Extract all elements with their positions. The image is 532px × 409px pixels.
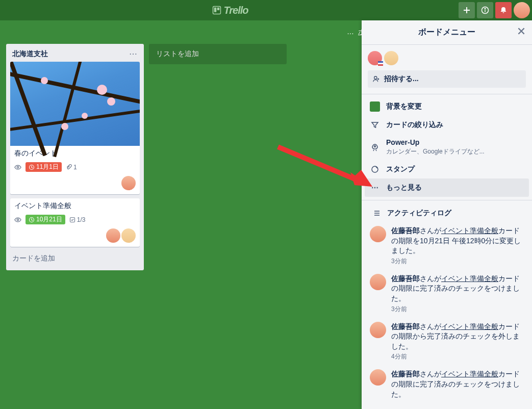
- add-list-button[interactable]: リストを追加: [149, 44, 287, 64]
- activity-card-link[interactable]: イベント準備全般: [441, 226, 498, 235]
- app-header: Trello: [0, 0, 532, 20]
- list-icon: [373, 209, 381, 217]
- header-right: [459, 2, 530, 18]
- svg-rect-12: [378, 64, 383, 66]
- change-background-item[interactable]: 背景を変更: [365, 97, 529, 116]
- card-members: [10, 176, 140, 194]
- svg-point-5: [17, 166, 19, 168]
- activity-title: アクティビティログ: [387, 209, 451, 218]
- board-member-avatar[interactable]: [368, 51, 382, 65]
- watch-icon: [14, 164, 21, 171]
- menu-item-label: スタンプ: [386, 165, 524, 174]
- list-header: 北海道支社 ⋯: [10, 48, 140, 62]
- due-date-badge: 10月21日: [26, 215, 65, 224]
- activity-card-link[interactable]: イベント準備全般: [441, 322, 498, 330]
- add-card-button[interactable]: カードを追加: [10, 251, 140, 266]
- trello-logo-icon: [212, 6, 221, 15]
- list-title[interactable]: 北海道支社: [12, 49, 48, 59]
- menu-header: ボードメニュー: [362, 20, 532, 45]
- card-body: 春のイベント: [10, 146, 140, 162]
- filter-cards-item[interactable]: カードの絞り込み: [365, 116, 529, 134]
- activity-avatar[interactable]: [370, 369, 386, 386]
- list-menu-button[interactable]: ⋯: [129, 49, 138, 59]
- info-icon: [481, 6, 489, 14]
- close-icon: [517, 27, 526, 36]
- activity-header: アクティビティログ: [368, 205, 526, 222]
- svg-point-4: [485, 8, 486, 9]
- svg-point-7: [17, 219, 19, 221]
- card[interactable]: イベント準備全般 10月21日 1/3: [10, 198, 140, 247]
- card-body: イベント準備全般: [10, 198, 140, 215]
- card-badges: 11月1日 1: [10, 162, 140, 176]
- info-button[interactable]: [477, 2, 493, 18]
- activity-text: 佐藤吾郎さんがイベント準備全般カードの期限を10月21日 午後12時0分に変更し…: [391, 226, 524, 256]
- svg-point-14: [374, 145, 376, 147]
- activity-text: 佐藤吾郎さんがイベント準備全般カードの期限から完了済みのチェックを外しました。: [391, 322, 524, 352]
- card-title: イベント準備全般: [14, 201, 136, 211]
- rocket-icon: [370, 142, 380, 152]
- due-date-badge: 11月1日: [26, 162, 62, 172]
- card-title: 春のイベント: [14, 149, 136, 158]
- board-member-avatar[interactable]: [384, 51, 398, 65]
- activity-avatar[interactable]: [370, 274, 386, 290]
- list: 北海道支社 ⋯ 春のイベント: [6, 44, 144, 270]
- svg-rect-10: [378, 61, 383, 63]
- annotation-arrow: [275, 142, 372, 188]
- stickers-item[interactable]: スタンプ: [365, 160, 529, 178]
- svg-line-16: [278, 147, 357, 180]
- board-menu: ボードメニュー 招待する... 背景を変更 カードの: [362, 20, 532, 409]
- svg-rect-1: [214, 8, 217, 12]
- clock-icon: [29, 164, 35, 170]
- svg-point-15: [372, 166, 378, 172]
- powerup-item[interactable]: Power-Up カレンダー、Googleドライブなど...: [365, 134, 529, 160]
- activity-timestamp: 3分前: [391, 305, 524, 314]
- member-avatar[interactable]: [121, 176, 136, 190]
- add-member-icon: [373, 75, 380, 83]
- menu-item-sublabel: カレンダー、Googleドライブなど...: [386, 147, 524, 156]
- header-left: Trello: [2, 5, 459, 16]
- activity-card-link[interactable]: イベント準備全般: [441, 274, 498, 283]
- activity-avatar[interactable]: [370, 322, 386, 338]
- card-members: [10, 228, 140, 247]
- menu-item-label: Power-Up: [386, 138, 524, 146]
- plus-icon: [463, 6, 471, 14]
- card-cover-image: [10, 62, 140, 146]
- activity-timestamp: 3分前: [391, 257, 524, 266]
- invite-button[interactable]: 招待する...: [368, 70, 526, 88]
- create-button[interactable]: [459, 2, 475, 18]
- card[interactable]: 春のイベント 11月1日 1: [10, 62, 140, 194]
- board-members: [368, 51, 526, 65]
- activity-item: 佐藤吾郎さんがイベント準備全般カードの期限を10月21日 午後12時0分に変更し…: [368, 222, 526, 270]
- menu-members-section: 招待する...: [362, 45, 532, 94]
- member-avatar[interactable]: [121, 228, 136, 243]
- invite-label: 招待する...: [384, 74, 419, 84]
- trello-logo[interactable]: Trello: [212, 5, 248, 16]
- menu-options-section: 背景を変更 カードの絞り込み Power-Up カレンダー、Googleドライブ…: [362, 94, 532, 200]
- user-avatar[interactable]: [514, 2, 530, 18]
- attachment-badge: 1: [66, 164, 77, 171]
- more-icon: ⋯: [370, 183, 380, 193]
- menu-item-label: 背景を変更: [386, 102, 524, 111]
- filter-icon: [370, 120, 380, 130]
- notifications-button[interactable]: [495, 2, 512, 18]
- logo-text: Trello: [223, 5, 248, 16]
- activity-item: 佐藤吾郎さんがイベント準備全般カードの期限に完了済みのチェックをつけました。: [368, 365, 526, 404]
- svg-rect-2: [217, 8, 220, 10]
- board-canvas: 北海道支社 ⋯ 春のイベント: [6, 44, 287, 270]
- activity-card-link[interactable]: イベント準備全般: [441, 370, 498, 378]
- sticker-icon: [370, 164, 380, 174]
- menu-item-label: もっと見る: [386, 183, 524, 192]
- activity-avatar[interactable]: [370, 226, 386, 242]
- menu-title: ボードメニュー: [418, 27, 475, 38]
- more-item[interactable]: ⋯ もっと見る: [365, 178, 529, 197]
- activity-section: アクティビティログ 佐藤吾郎さんがイベント準備全般カードの期限を10月21日 午…: [362, 200, 532, 409]
- close-menu-button[interactable]: [517, 27, 526, 38]
- watch-icon: [14, 216, 21, 223]
- svg-point-13: [374, 76, 377, 79]
- member-avatar[interactable]: [106, 228, 120, 243]
- ellipsis: …: [347, 28, 354, 36]
- activity-timestamp: 4分前: [391, 352, 524, 361]
- checklist-badge: 1/3: [69, 216, 86, 223]
- activity-text: 佐藤吾郎さんがイベント準備全般カードの期限に完了済みのチェックをつけました。: [391, 369, 524, 399]
- activity-item: 佐藤吾郎さんがイベント準備全般カードの期限から完了済みのチェックを外しました。 …: [368, 318, 526, 366]
